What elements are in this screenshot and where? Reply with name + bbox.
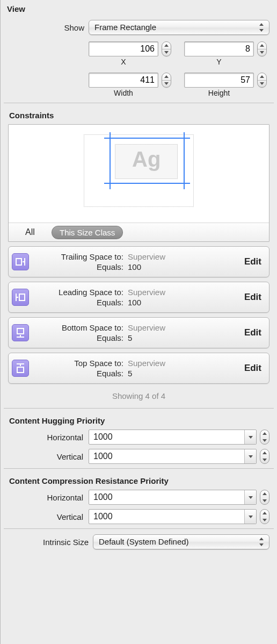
section-compression-title: Content Compression Resistance Priority bbox=[3, 471, 275, 488]
constraint-leading-icon bbox=[12, 289, 29, 306]
constraint-top-icon bbox=[12, 360, 29, 377]
section-constraints-title: Constraints bbox=[3, 105, 275, 122]
constraint-edit-button[interactable]: Edit bbox=[242, 292, 264, 303]
section-hugging-title: Content Hugging Priority bbox=[3, 411, 275, 427]
svg-rect-11 bbox=[17, 367, 24, 373]
hugging-v-label: Vertical bbox=[8, 452, 89, 461]
intrinsic-label: Intrinsic Size bbox=[8, 538, 93, 547]
constraint-text: Top Space to:SuperviewEquals:5 bbox=[32, 359, 242, 378]
width-field[interactable] bbox=[89, 73, 158, 88]
svg-rect-0 bbox=[16, 259, 21, 265]
y-label: Y bbox=[216, 56, 221, 66]
y-stepper[interactable] bbox=[257, 41, 267, 56]
chevrons-icon bbox=[258, 23, 265, 32]
svg-rect-6 bbox=[17, 328, 24, 334]
constraint-row[interactable]: Leading Space to:SuperviewEquals:100Edit bbox=[8, 282, 269, 313]
constraints-showing: Showing 4 of 4 bbox=[3, 384, 275, 406]
show-popup[interactable]: Frame Rectangle bbox=[89, 20, 269, 35]
chevron-down-icon bbox=[244, 430, 256, 444]
hugging-h-stepper[interactable] bbox=[260, 430, 269, 445]
svg-rect-5 bbox=[19, 294, 25, 300]
hugging-v-combo[interactable]: 1000 bbox=[89, 449, 257, 464]
constraint-row[interactable]: Bottom Space to:SuperviewEquals:5Edit bbox=[8, 317, 269, 348]
x-field[interactable] bbox=[89, 41, 158, 56]
compression-v-label: Vertical bbox=[8, 512, 89, 521]
intrinsic-popup[interactable]: Default (System Defined) bbox=[93, 534, 269, 549]
x-label: X bbox=[121, 56, 126, 66]
constraints-diagram-card: Ag All This Size Class bbox=[8, 124, 269, 242]
hugging-h-label: Horizontal bbox=[8, 433, 89, 442]
compression-h-label: Horizontal bbox=[8, 493, 89, 502]
constraints-diagram[interactable]: Ag bbox=[9, 125, 269, 223]
compression-v-combo[interactable]: 1000 bbox=[89, 509, 257, 524]
constraint-edit-button[interactable]: Edit bbox=[242, 256, 264, 267]
height-stepper[interactable] bbox=[257, 73, 267, 88]
constraint-row[interactable]: Top Space to:SuperviewEquals:5Edit bbox=[8, 353, 269, 384]
compression-h-combo[interactable]: 1000 bbox=[89, 490, 257, 505]
intrinsic-value: Default (System Defined) bbox=[99, 537, 189, 546]
constraint-text: Trailing Space to:SuperviewEquals:100 bbox=[32, 252, 242, 271]
seg-all[interactable]: All bbox=[9, 227, 52, 237]
compression-v-stepper[interactable] bbox=[260, 509, 269, 524]
width-stepper[interactable] bbox=[162, 73, 171, 88]
constraint-text: Bottom Space to:SuperviewEquals:5 bbox=[32, 323, 242, 342]
width-label: Width bbox=[114, 88, 133, 97]
show-value: Frame Rectangle bbox=[94, 23, 156, 32]
chevron-down-icon bbox=[244, 510, 256, 524]
constraint-bottom-icon bbox=[12, 324, 29, 341]
chevron-down-icon bbox=[244, 490, 256, 504]
constraint-text: Leading Space to:SuperviewEquals:100 bbox=[32, 288, 242, 307]
seg-this-size-class[interactable]: This Size Class bbox=[52, 226, 123, 239]
x-stepper[interactable] bbox=[162, 41, 171, 56]
chevrons-icon bbox=[258, 537, 265, 547]
constraint-trailing-icon bbox=[12, 253, 29, 270]
y-field[interactable] bbox=[184, 41, 254, 56]
show-label: Show bbox=[8, 23, 89, 32]
constraint-row[interactable]: Trailing Space to:SuperviewEquals:100Edi… bbox=[8, 246, 269, 277]
constraint-edit-button[interactable]: Edit bbox=[242, 327, 264, 338]
hugging-h-combo[interactable]: 1000 bbox=[89, 430, 257, 445]
constraint-edit-button[interactable]: Edit bbox=[242, 363, 264, 374]
hugging-v-stepper[interactable] bbox=[260, 449, 269, 464]
compression-h-stepper[interactable] bbox=[260, 490, 269, 505]
section-view-title: View bbox=[3, 0, 275, 17]
height-label: Height bbox=[208, 88, 230, 97]
height-field[interactable] bbox=[184, 73, 254, 88]
diagram-placeholder: Ag bbox=[132, 147, 161, 171]
chevron-down-icon bbox=[244, 449, 256, 463]
